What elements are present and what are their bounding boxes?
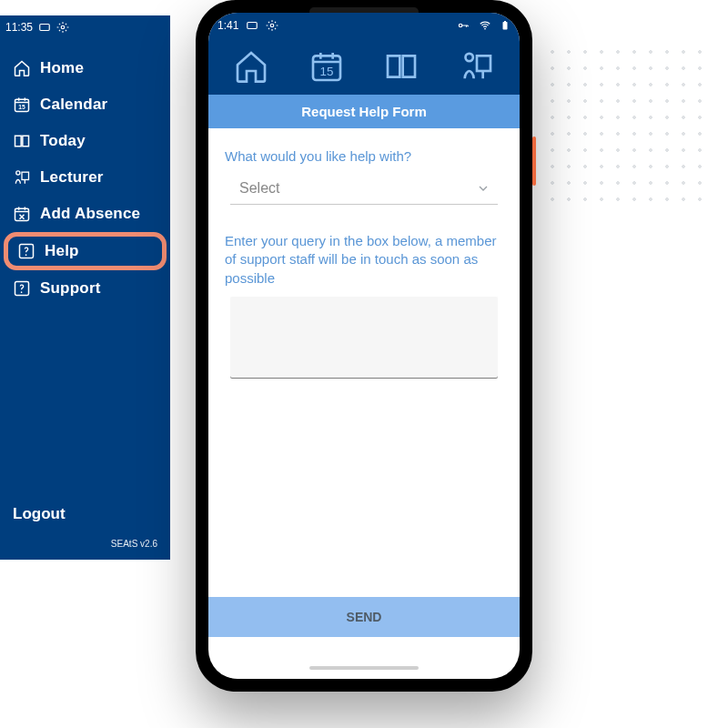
gear-icon [266, 19, 278, 32]
tab-home[interactable] [224, 44, 278, 89]
battery-icon [500, 19, 511, 32]
sidebar-item-support[interactable]: Support [0, 270, 170, 307]
wifi-icon [478, 19, 492, 32]
svg-rect-15 [503, 22, 508, 30]
help-icon [17, 242, 35, 260]
help-icon [13, 279, 31, 298]
sidebar-item-today[interactable]: Today [0, 123, 170, 159]
sidebar-item-label: Today [40, 132, 86, 150]
sidebar-item-home[interactable]: Home [0, 50, 170, 86]
svg-point-19 [465, 54, 472, 61]
query-textarea[interactable] [230, 297, 498, 379]
phone-status-bar: 1:41 [208, 13, 520, 38]
send-button-label: SEND [347, 610, 382, 624]
topic-label: What would you like help with? [225, 148, 503, 164]
sidebar-item-label: Help [45, 242, 79, 260]
phone-frame: 1:41 15 [196, 0, 532, 692]
sidebar-status-bar: 11:35 [0, 15, 170, 34]
tab-calendar[interactable]: 15 [299, 44, 354, 89]
svg-rect-16 [504, 21, 506, 22]
gesture-nav-pill [309, 666, 419, 670]
app-version: SEAtS v2.6 [111, 539, 157, 549]
sidebar-panel: 11:35 Home 15 Calendar Today [0, 15, 170, 560]
sidebar-item-calendar[interactable]: 15 Calendar [0, 86, 170, 123]
topic-select-value: Select [239, 180, 279, 197]
svg-point-14 [484, 28, 486, 30]
phone-screen: 1:41 15 [208, 13, 520, 679]
svg-point-10 [21, 291, 23, 293]
sidebar-item-label: Home [40, 59, 84, 77]
svg-rect-5 [22, 172, 29, 179]
svg-rect-20 [477, 56, 490, 71]
page-title: Request Help Form [208, 95, 520, 128]
sidebar-item-label: Calendar [40, 96, 107, 114]
chevron-down-icon [476, 181, 490, 196]
sidebar-item-logout[interactable]: Logout [13, 505, 66, 523]
gear-icon [56, 21, 69, 34]
svg-rect-0 [40, 25, 50, 31]
sidebar-item-label: Lecturer [40, 168, 104, 187]
svg-text:15: 15 [319, 65, 333, 78]
tab-today[interactable] [374, 44, 429, 89]
sidebar-item-help[interactable]: Help [4, 232, 167, 270]
sidebar-item-lecturer[interactable]: Lecturer [0, 159, 170, 196]
home-icon [13, 59, 31, 77]
decorative-dot-grid [544, 44, 712, 211]
svg-rect-11 [248, 23, 258, 29]
logout-label: Logout [13, 505, 66, 522]
svg-point-1 [61, 25, 65, 29]
calendar-icon: 15 [13, 96, 31, 114]
sidebar-clock: 11:35 [5, 21, 33, 34]
phone-clock: 1:41 [217, 19, 238, 32]
svg-rect-6 [15, 208, 29, 220]
calendar-x-icon [13, 205, 31, 223]
sidebar-item-add-absence[interactable]: Add Absence [0, 196, 170, 232]
sidebar-item-label: Support [40, 279, 101, 298]
tab-lecturer[interactable] [450, 44, 504, 89]
vpn-key-icon [456, 19, 470, 32]
book-icon [13, 132, 31, 150]
help-form: What would you like help with? Select En… [208, 128, 520, 379]
phone-power-button [532, 136, 536, 186]
svg-point-12 [271, 24, 275, 27]
send-button[interactable]: SEND [208, 597, 520, 637]
topic-select[interactable]: Select [230, 171, 498, 205]
svg-point-8 [25, 254, 27, 256]
svg-point-13 [459, 24, 462, 27]
message-icon [38, 21, 51, 34]
svg-text:15: 15 [18, 104, 25, 110]
lecturer-icon [13, 168, 31, 187]
message-icon [246, 19, 258, 32]
top-tab-bar: 15 [208, 38, 520, 95]
svg-point-4 [16, 171, 20, 175]
query-label: Enter your query in the box below, a mem… [225, 233, 497, 286]
sidebar-menu: Home 15 Calendar Today Lecturer Add Abse… [0, 50, 170, 307]
sidebar-item-label: Add Absence [40, 205, 140, 223]
